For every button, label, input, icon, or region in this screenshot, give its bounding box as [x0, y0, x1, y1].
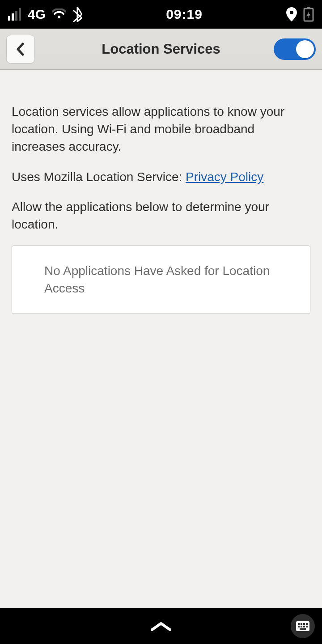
bottom-nav-bar — [0, 608, 322, 644]
svg-rect-7 — [298, 623, 300, 625]
location-icon — [286, 7, 297, 21]
keyboard-button[interactable] — [291, 614, 315, 638]
privacy-policy-link[interactable]: Privacy Policy — [186, 170, 263, 184]
bluetooth-icon — [72, 7, 82, 22]
switch-knob — [296, 40, 314, 58]
svg-rect-8 — [301, 623, 302, 625]
uses-prefix: Uses Mozilla Location Service: — [12, 170, 186, 184]
description-text: Location services allow applications to … — [12, 103, 310, 156]
status-left: 4G — [8, 7, 82, 22]
no-applications-message: No Applications Have Asked for Location … — [44, 262, 278, 297]
cellular-signal-icon — [8, 8, 21, 21]
mozilla-location-service-text: Uses Mozilla Location Service: Privacy P… — [12, 168, 310, 186]
status-time: 09:19 — [166, 7, 203, 22]
content-area: Location services allow applications to … — [0, 70, 322, 314]
wifi-icon — [52, 8, 66, 20]
applications-card: No Applications Have Asked for Location … — [12, 246, 310, 314]
header-bar: Location Services — [0, 29, 322, 70]
battery-charging-icon — [303, 7, 314, 22]
keyboard-icon — [296, 621, 309, 631]
chevron-left-icon — [16, 42, 25, 56]
status-right — [286, 7, 314, 22]
back-button[interactable] — [6, 35, 35, 64]
svg-rect-3 — [19, 8, 21, 21]
svg-rect-9 — [303, 623, 305, 625]
svg-rect-1 — [12, 13, 14, 21]
svg-rect-12 — [301, 626, 302, 627]
location-services-toggle[interactable] — [274, 38, 316, 60]
svg-rect-11 — [298, 626, 300, 627]
svg-rect-2 — [15, 11, 17, 21]
allow-apps-text: Allow the applications below to determin… — [12, 198, 310, 233]
svg-rect-13 — [303, 626, 305, 627]
status-bar: 4G 09:19 — [0, 0, 322, 29]
svg-rect-10 — [306, 623, 308, 625]
network-type-label: 4G — [28, 7, 46, 22]
svg-rect-14 — [306, 626, 308, 627]
svg-rect-15 — [300, 628, 306, 630]
chevron-up-icon[interactable] — [148, 620, 174, 632]
svg-rect-0 — [8, 16, 10, 21]
svg-rect-5 — [307, 7, 310, 8]
